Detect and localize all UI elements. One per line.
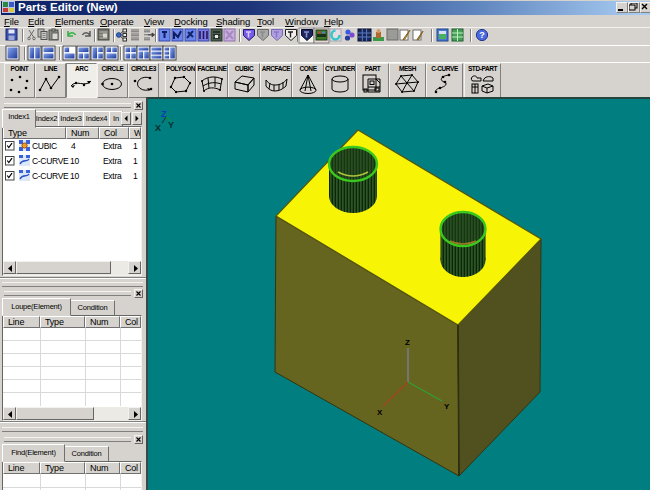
svg-text:Y: Y xyxy=(444,402,450,411)
svg-text:Z: Z xyxy=(405,338,410,347)
svg-text:Y: Y xyxy=(168,120,174,130)
svg-text:Z: Z xyxy=(161,109,167,119)
svg-text:X: X xyxy=(377,408,383,417)
svg-text:X: X xyxy=(155,123,161,133)
svg-text:?: ? xyxy=(479,30,485,40)
